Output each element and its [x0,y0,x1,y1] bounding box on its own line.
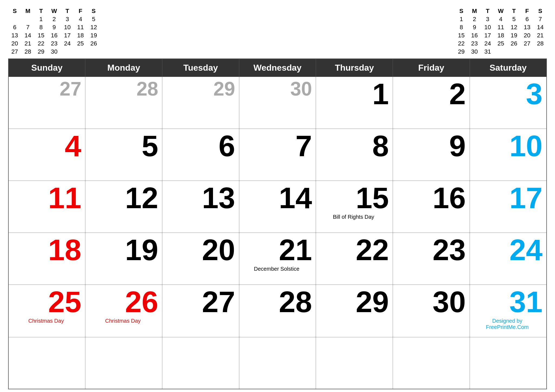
day-number: 9 [395,131,466,161]
top-section: SMTWTFS 12345678910111213141516171819202… [8,5,547,56]
day-number: 10 [472,131,543,161]
day-number: 27 [164,287,235,317]
day-number: 27 [11,79,81,99]
cal-cell: 23 [393,233,470,285]
main-calendar-grid: SundayMondayTuesdayWednesdayThursdayFrid… [8,58,547,389]
cal-cell: 8 [316,129,393,181]
calendar-page: SMTWTFS 12345678910111213141516171819202… [0,0,555,392]
day-number: 25 [11,287,81,317]
day-number: 21 [241,235,312,265]
cal-cell: 11 [8,181,85,233]
day-number: 24 [472,235,543,265]
cal-header-wednesday: Wednesday [239,59,316,77]
day-number: 5 [88,131,158,161]
day-number: 14 [241,183,312,213]
day-number: 11 [11,183,81,213]
day-number: 29 [164,79,235,99]
day-number: 8 [318,131,389,161]
cal-cell: 4 [8,129,85,181]
cal-header-thursday: Thursday [316,59,393,77]
event-label: Christmas Day [88,318,158,324]
cal-cell: 15Bill of Rights Day [316,181,393,233]
cal-cell [393,337,470,389]
day-number: 30 [241,79,312,99]
cal-cell: 27 [162,285,239,337]
day-number: 2 [395,79,466,109]
cal-cell: 10 [470,129,547,181]
day-number: 22 [318,235,389,265]
cal-cell: 21December Solstice [239,233,316,285]
day-number: 26 [88,287,158,317]
nov-mini-calendar: SMTWTFS 12345678910111213141516171819202… [8,5,100,56]
cal-cell: 29 [316,285,393,337]
day-number: 4 [11,131,81,161]
day-number: 1 [318,79,389,109]
cal-cell: 13 [162,181,239,233]
cal-cell: 30 [393,285,470,337]
cal-cell: 7 [239,129,316,181]
cal-cell: 29 [162,77,239,129]
cal-cell [470,337,547,389]
cal-cell [239,337,316,389]
jan-mini-calendar: SMTWTFS 12345678910111213141516171819202… [455,5,547,56]
day-number: 31 [472,287,543,317]
cal-header-tuesday: Tuesday [162,59,239,77]
day-number: 12 [88,183,158,213]
cal-cell: 14 [239,181,316,233]
cal-cell: 2 [393,77,470,129]
day-number: 16 [395,183,466,213]
day-number: 3 [472,79,543,109]
cal-cell [85,337,162,389]
cal-cell: 19 [85,233,162,285]
cal-cell: 17 [470,181,547,233]
cal-header-saturday: Saturday [470,59,547,77]
cal-cell [162,337,239,389]
cal-cell: 22 [316,233,393,285]
cal-header-monday: Monday [85,59,162,77]
cal-cell: 12 [85,181,162,233]
cal-cell: 28 [85,77,162,129]
event-label: Designed byFreePrintMe.Com [472,318,543,330]
day-number: 19 [88,235,158,265]
day-number: 17 [472,183,543,213]
cal-cell: 24 [470,233,547,285]
day-number: 29 [318,287,389,317]
day-number: 23 [395,235,466,265]
event-label: December Solstice [241,266,312,272]
cal-cell: 26Christmas Day [85,285,162,337]
day-number: 13 [164,183,235,213]
event-label: Bill of Rights Day [318,214,389,220]
cal-cell: 18 [8,233,85,285]
event-label: Christmas Day [11,318,81,324]
cal-header-sunday: Sunday [8,59,85,77]
day-number: 28 [88,79,158,99]
day-number: 6 [164,131,235,161]
cal-cell [316,337,393,389]
cal-cell: 6 [162,129,239,181]
cal-cell: 30 [239,77,316,129]
cal-cell [8,337,85,389]
cal-cell: 3 [470,77,547,129]
day-number: 20 [164,235,235,265]
cal-cell: 1 [316,77,393,129]
day-number: 18 [11,235,81,265]
cal-cell: 5 [85,129,162,181]
cal-cell: 9 [393,129,470,181]
cal-cell: 27 [8,77,85,129]
cal-cell: 16 [393,181,470,233]
cal-cell: 20 [162,233,239,285]
cal-cell: 28 [239,285,316,337]
day-number: 30 [395,287,466,317]
cal-header-friday: Friday [393,59,470,77]
cal-cell: 31Designed byFreePrintMe.Com [470,285,547,337]
cal-cell: 25Christmas Day [8,285,85,337]
day-number: 15 [318,183,389,213]
day-number: 7 [241,131,312,161]
day-number: 28 [241,287,312,317]
